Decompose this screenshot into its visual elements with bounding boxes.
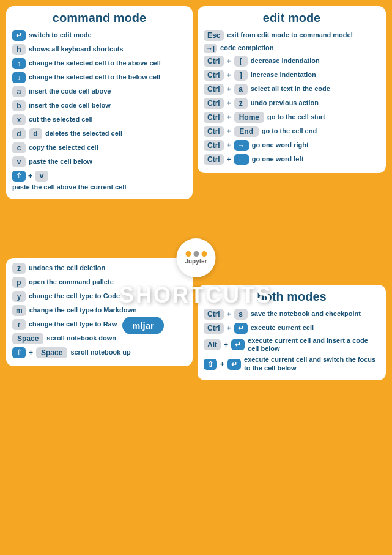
desc-dd: deletes the selected cell bbox=[45, 130, 187, 138]
key-s: s bbox=[234, 309, 248, 320]
key-up: ↑ bbox=[12, 58, 26, 69]
key-enter2: ↵ bbox=[231, 339, 245, 350]
key-shift-e: ⇧ bbox=[204, 359, 217, 370]
shortcut-row-dd: d d deletes the selected cell bbox=[12, 128, 187, 139]
shortcut-row-a: a insert the code cell above bbox=[12, 86, 187, 97]
shortcut-row-h: h shows all keyboard shortcuts bbox=[12, 44, 187, 55]
desc-ctrl-end: go to the cell end bbox=[262, 127, 380, 135]
key-m: m bbox=[12, 305, 26, 316]
key-a: a bbox=[234, 84, 248, 95]
key-ctrl3: Ctrl bbox=[204, 84, 224, 95]
shortcut-row-tab: →| code completion bbox=[204, 44, 380, 53]
shortcut-row-ctrl-z: Ctrl + z undo previous action bbox=[204, 98, 380, 109]
key-end: End bbox=[234, 126, 259, 137]
shortcut-row-ctrl-s: Ctrl + s save the notebook and checkpoin… bbox=[204, 309, 380, 320]
key-ctrl8: Ctrl bbox=[204, 154, 224, 165]
key-home: Home bbox=[234, 112, 264, 123]
plus1: + bbox=[227, 57, 231, 65]
desc-shift-enter: execute current cell and switch the focu… bbox=[244, 356, 380, 372]
desc-b: insert the code cell below bbox=[29, 101, 187, 109]
jupyter-logo-area: Jupyter SHORTCUTS bbox=[119, 238, 273, 308]
key-shift-arrow2: ⇧ bbox=[12, 347, 26, 358]
key-esc: Esc bbox=[204, 30, 224, 41]
shortcut-row-esc: Esc exit from edit mode to command model bbox=[204, 30, 380, 41]
shortcut-row-x: x cut the selected cell bbox=[12, 114, 187, 125]
shortcut-row-v: v paste the cell below bbox=[12, 156, 187, 167]
plus-shift-space: + bbox=[29, 348, 33, 357]
jupyter-logo: Jupyter bbox=[177, 238, 216, 278]
desc-ctrl-home: go to the cell start bbox=[267, 113, 380, 121]
desc-ctrl-lbracket: decrease indendation bbox=[251, 57, 380, 65]
key-ctrl1: Ctrl bbox=[204, 56, 224, 67]
plus4: + bbox=[227, 99, 231, 108]
key-enter: ↵ bbox=[12, 30, 26, 41]
plus7: + bbox=[227, 141, 231, 150]
shortcut-row-ctrl-end: Ctrl + End go to the cell end bbox=[204, 126, 380, 137]
jupyter-dot-3 bbox=[201, 251, 207, 257]
key-ctrl4: Ctrl bbox=[204, 98, 224, 109]
shortcut-row-space: Space scroll notebook down bbox=[12, 333, 187, 344]
plus5: + bbox=[227, 113, 231, 122]
desc-down: change the selected cell to the below ce… bbox=[29, 73, 187, 81]
shortcut-row-b: b insert the code cell below bbox=[12, 100, 187, 111]
key-ctrl7: Ctrl bbox=[204, 140, 224, 151]
desc-a: insert the code cell above bbox=[29, 87, 187, 95]
desc-ctrl-rbracket: increase indentation bbox=[251, 71, 380, 79]
desc-ctrl-enter: execute current cell bbox=[251, 324, 380, 332]
plus-enter1: + bbox=[227, 324, 231, 333]
shortcut-row-shift-space: ⇧ + Space scroll notebook up bbox=[12, 347, 187, 358]
jupyter-text: Jupyter bbox=[185, 258, 207, 265]
key-p: p bbox=[12, 277, 26, 288]
key-a: a bbox=[12, 86, 26, 97]
shortcut-row-ctrl-a: Ctrl + a select all text in the code bbox=[204, 84, 380, 95]
key-v: v bbox=[12, 156, 26, 167]
jupyter-dot-2 bbox=[193, 251, 199, 257]
key-r: r bbox=[12, 319, 26, 330]
key-v2: v bbox=[35, 171, 48, 182]
shortcut-row-down: ↓ change the selected cell to the below … bbox=[12, 72, 187, 83]
key-d1: d bbox=[12, 128, 26, 139]
desc-ctrl-z: undo previous action bbox=[251, 99, 380, 107]
jupyter-dot-1 bbox=[185, 251, 191, 257]
shortcut-row-ctrl-home: Ctrl + Home go to the cell start bbox=[204, 112, 380, 123]
shortcut-row-ctrl-rbracket: Ctrl + ] increase indentation bbox=[204, 70, 380, 81]
key-b: b bbox=[12, 100, 26, 111]
key-ctrl-s1: Ctrl bbox=[204, 309, 224, 320]
shortcuts-title: SHORTCUTS bbox=[119, 282, 273, 308]
key-tab: →| bbox=[204, 44, 217, 53]
key-ctrl2: Ctrl bbox=[204, 70, 224, 81]
desc-v: paste the cell below bbox=[29, 158, 187, 166]
desc-ctrl-s: save the notebook and checkpoint bbox=[251, 310, 380, 318]
desc-shift-v: paste the cell above the current cell bbox=[12, 183, 126, 191]
key-x: x bbox=[12, 114, 26, 125]
desc-alt-enter: execute current cell and insert a code c… bbox=[248, 337, 380, 353]
key-c: c bbox=[12, 142, 26, 153]
shortcut-row-alt-enter: Alt + ↵ execute current cell and insert … bbox=[204, 337, 380, 353]
shortcut-row-ctrl-left: Ctrl + ← go one word left bbox=[204, 154, 380, 165]
desc-ctrl-left: go one word left bbox=[252, 155, 380, 163]
plus-s: + bbox=[227, 310, 231, 318]
key-enter1: ↵ bbox=[234, 323, 248, 334]
key-arrow-right: → bbox=[234, 140, 249, 151]
plus-shift-v: + bbox=[28, 172, 32, 180]
desc-enter: switch to edit mode bbox=[29, 31, 187, 39]
key-space: Space bbox=[12, 333, 43, 344]
key-shift-arrow: ⇧ bbox=[12, 171, 26, 182]
shortcut-row-c: c copy the selected cell bbox=[12, 142, 187, 153]
shortcut-row-shift-v: ⇧ + v paste the cell above the current c… bbox=[12, 171, 187, 191]
shortcut-row-ctrl-enter: Ctrl + ↵ execute current cell bbox=[204, 323, 380, 334]
key-down: ↓ bbox=[12, 72, 26, 83]
desc-c: copy the selected cell bbox=[29, 144, 187, 152]
key-z: z bbox=[12, 263, 26, 274]
key-arrow-left: ← bbox=[234, 154, 249, 165]
key-alt: Alt bbox=[204, 339, 221, 350]
plus3: + bbox=[227, 85, 231, 94]
mljar-badge: mljar bbox=[122, 317, 164, 334]
key-y: y bbox=[12, 291, 26, 302]
shortcut-row-shift-enter: ⇧ + ↵ execute current cell and switch th… bbox=[204, 356, 380, 372]
edit-mode-title: edit mode bbox=[204, 11, 380, 25]
desc-space: scroll notebook down bbox=[46, 334, 187, 342]
key-h: h bbox=[12, 44, 26, 55]
key-ctrl6: Ctrl bbox=[204, 126, 224, 137]
key-d2: d bbox=[29, 128, 42, 139]
